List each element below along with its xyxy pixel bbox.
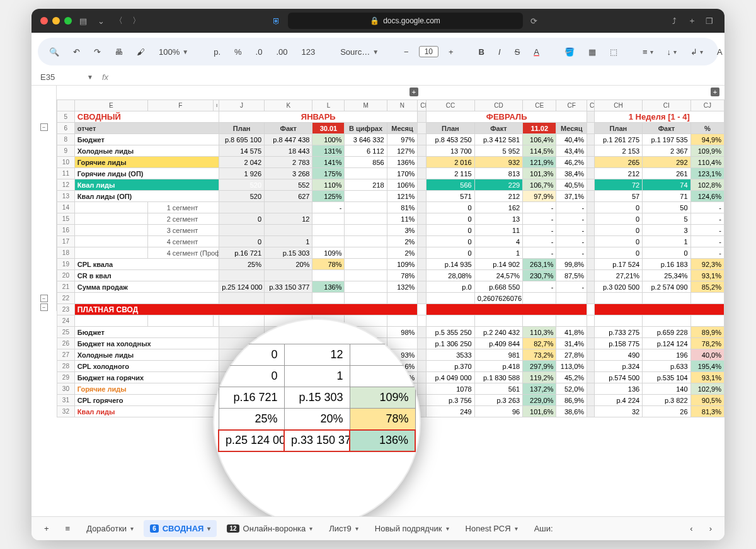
- borders-button[interactable]: ▦: [585, 45, 600, 59]
- cell[interactable]: ЯНВАРЬ: [219, 111, 418, 123]
- cell[interactable]: [418, 236, 427, 247]
- cell[interactable]: р.3 756: [427, 395, 474, 406]
- cell[interactable]: 136%: [387, 157, 418, 168]
- cell[interactable]: р.2 240 432: [474, 327, 522, 338]
- row-header[interactable]: 11: [57, 168, 75, 179]
- cell[interactable]: [594, 304, 724, 315]
- row-header[interactable]: 15: [57, 213, 75, 225]
- cell[interactable]: р.0: [427, 281, 474, 293]
- maximize-window-button[interactable]: [64, 17, 72, 25]
- cell[interactable]: 123,1%: [690, 168, 724, 179]
- cell[interactable]: 93,1%: [690, 270, 724, 281]
- cell[interactable]: Холодные лиды: [74, 145, 219, 157]
- cell[interactable]: [587, 406, 595, 417]
- cell[interactable]: 106,4%: [523, 134, 556, 145]
- cell[interactable]: 78%: [312, 259, 345, 270]
- cell[interactable]: р.15 303: [265, 247, 312, 259]
- cell[interactable]: 0: [594, 247, 642, 259]
- cell[interactable]: [345, 270, 387, 281]
- cell[interactable]: 1 926: [219, 168, 265, 179]
- cell[interactable]: [643, 293, 690, 304]
- row-header[interactable]: 25: [57, 327, 75, 338]
- cell[interactable]: -: [690, 247, 724, 259]
- cell[interactable]: 78,2%: [690, 338, 724, 349]
- cell[interactable]: 140: [643, 383, 690, 395]
- decrease-decimal-button[interactable]: .0: [252, 45, 266, 59]
- cell[interactable]: 249: [427, 406, 474, 417]
- cell[interactable]: [345, 259, 387, 270]
- cell[interactable]: Бюджет: [74, 134, 219, 145]
- cell[interactable]: 2 042: [219, 157, 265, 168]
- cell[interactable]: 127%: [387, 145, 418, 157]
- cell[interactable]: 73,2%: [523, 349, 556, 361]
- cell[interactable]: р.733 275: [594, 327, 642, 338]
- cell[interactable]: Сумма продаж: [74, 281, 219, 293]
- cell[interactable]: 0: [427, 202, 474, 213]
- cell[interactable]: [147, 315, 213, 327]
- cell[interactable]: 552: [265, 179, 312, 191]
- cell[interactable]: р.16 721: [219, 247, 265, 259]
- sheet-tab[interactable]: Аши:: [528, 520, 559, 537]
- cell[interactable]: [312, 293, 345, 304]
- cell[interactable]: [556, 315, 587, 327]
- col-header[interactable]: E: [74, 100, 147, 111]
- undo-icon[interactable]: ↶: [69, 45, 84, 59]
- more-formats-button[interactable]: 123: [297, 45, 319, 59]
- new-tab-icon[interactable]: ＋: [685, 14, 698, 27]
- cell[interactable]: 170%: [387, 168, 418, 179]
- cell[interactable]: [213, 315, 219, 327]
- row-header[interactable]: 10: [57, 157, 75, 168]
- cell[interactable]: [587, 191, 595, 202]
- row-header[interactable]: 22: [57, 293, 75, 304]
- cell[interactable]: [594, 315, 642, 327]
- cell[interactable]: [418, 225, 427, 236]
- increase-decimal-button[interactable]: .00: [272, 45, 291, 59]
- cell[interactable]: Бюджет на холодных: [74, 338, 219, 349]
- cell[interactable]: [418, 247, 427, 259]
- cell[interactable]: р.659 228: [643, 327, 690, 338]
- cell[interactable]: 175%: [312, 168, 345, 179]
- redo-icon[interactable]: ↷: [90, 45, 105, 59]
- cell[interactable]: 72: [594, 179, 642, 191]
- cell[interactable]: 13: [474, 213, 522, 225]
- cell[interactable]: [219, 202, 265, 213]
- sheet-tab[interactable]: 12Онлайн-воронка ▾: [220, 520, 319, 537]
- cell[interactable]: р.418: [474, 361, 522, 372]
- cell[interactable]: [587, 293, 595, 304]
- cell[interactable]: р.1 197 535: [643, 134, 690, 145]
- cell[interactable]: 2%: [387, 247, 418, 259]
- cell[interactable]: [345, 247, 387, 259]
- cell[interactable]: 0: [219, 213, 265, 225]
- cell[interactable]: р.409 844: [474, 338, 522, 349]
- cell[interactable]: Квал лиды: [74, 406, 219, 417]
- cell[interactable]: 27,8%: [556, 349, 587, 361]
- cell[interactable]: [418, 259, 427, 270]
- cell[interactable]: р.4 049 000: [427, 372, 474, 383]
- cell[interactable]: [587, 349, 595, 361]
- cell[interactable]: [690, 293, 724, 304]
- cell[interactable]: -: [690, 213, 724, 225]
- cell[interactable]: 30.01: [312, 123, 345, 134]
- cell[interactable]: 2%: [387, 236, 418, 247]
- cell[interactable]: 109,9%: [690, 145, 724, 157]
- cell[interactable]: [427, 293, 474, 304]
- cell[interactable]: [418, 123, 427, 134]
- cell[interactable]: 41,8%: [556, 327, 587, 338]
- cell[interactable]: [418, 213, 427, 225]
- cell[interactable]: [523, 315, 556, 327]
- row-header[interactable]: 6: [57, 123, 75, 134]
- corner-cell[interactable]: [57, 100, 75, 111]
- cell[interactable]: 90,5%: [690, 395, 724, 406]
- cell[interactable]: 1 сегмент: [147, 202, 219, 213]
- cell[interactable]: р.124 124: [643, 338, 690, 349]
- cell[interactable]: Месяц: [556, 123, 587, 134]
- cell[interactable]: Холодные лиды: [74, 349, 219, 361]
- print-icon[interactable]: 🖶: [111, 45, 127, 59]
- cell[interactable]: 4 сегмент (Профит): [147, 247, 219, 259]
- cell[interactable]: [418, 134, 427, 145]
- cell[interactable]: [418, 361, 427, 372]
- cell[interactable]: [418, 349, 427, 361]
- cell[interactable]: 18 443: [265, 145, 312, 157]
- cell[interactable]: [587, 134, 595, 145]
- font-size-increase[interactable]: +: [445, 45, 457, 59]
